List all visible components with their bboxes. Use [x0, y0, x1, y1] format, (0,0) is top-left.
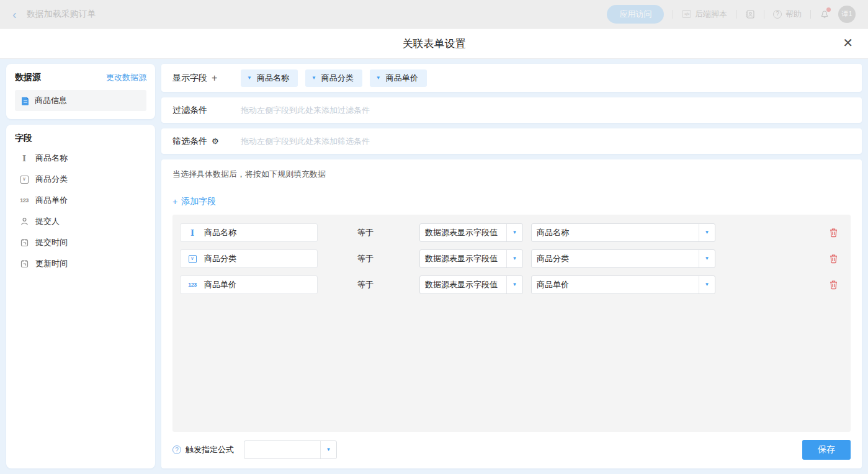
field-item-label: 商品名称 [35, 153, 68, 164]
display-field-tag[interactable]: ▼ 商品分类 [305, 69, 362, 87]
divider [810, 10, 811, 19]
rule-field-box[interactable]: 123 商品单价 [180, 275, 318, 294]
rule-field-label: 商品分类 [204, 253, 236, 264]
chevron-down-icon: ▼ [506, 250, 522, 267]
code-icon: </> [682, 10, 691, 18]
sieve-condition-label: 筛选条件 [172, 136, 207, 147]
modal-body: 数据源 更改数据源 商品信息 字段 I 商品名称 ∨ 商品分类 [0, 59, 868, 474]
chevron-down-icon: ▼ [376, 76, 381, 81]
filter-condition-row[interactable]: 过滤条件 拖动左侧字段到此处来添加过滤条件 [161, 97, 862, 123]
chevron-down-icon: ▼ [699, 250, 715, 267]
avatar[interactable]: 谭1 [838, 6, 856, 23]
plus-icon: + [172, 197, 177, 207]
rule-operator: 等于 [357, 279, 380, 290]
chevron-down-icon: ▼ [320, 441, 336, 458]
field-item-label: 商品单价 [35, 195, 68, 206]
display-field-tag[interactable]: ▼ 商品单价 [370, 69, 427, 87]
add-field-link[interactable]: + 添加字段 [172, 196, 216, 207]
trash-icon [829, 280, 838, 290]
rule-field-box[interactable]: ∨ 商品分类 [180, 249, 318, 268]
person-icon [19, 217, 30, 226]
field-item-label: 提交人 [35, 216, 60, 227]
gear-icon[interactable]: ⚙ [212, 136, 219, 146]
trash-icon [829, 254, 838, 264]
field-item-submit-time[interactable]: 提交时间 [15, 232, 146, 253]
chevron-down-icon: ▼ [247, 76, 252, 81]
datasource-title: 数据源 [15, 72, 41, 83]
document-icon [21, 96, 30, 105]
chevron-down-icon: ▼ [699, 276, 715, 293]
display-field-tag-label: 商品名称 [257, 73, 289, 84]
notification-button[interactable] [820, 9, 830, 19]
backend-script-button[interactable]: </> 后端脚本 [682, 9, 727, 20]
chevron-down-icon: ▼ [506, 224, 522, 241]
rule-value-select[interactable]: 商品名称 ▼ [531, 223, 715, 242]
field-item-submitter[interactable]: 提交人 [15, 211, 146, 232]
display-field-tag-label: 商品单价 [386, 73, 418, 84]
trash-icon [829, 228, 838, 238]
save-button[interactable]: 保存 [802, 440, 851, 460]
add-display-field-icon[interactable]: + [212, 73, 217, 84]
datasource-card: 数据源 更改数据源 商品信息 [6, 64, 155, 119]
display-fields-label: 显示字段 [172, 73, 207, 84]
rule-field-box[interactable]: I 商品名称 [180, 223, 318, 242]
rule-row: I 商品名称 等于 数据源表显示字段值 ▼ 商品名称 ▼ [180, 223, 843, 242]
app-access-button[interactable]: 应用访问 [607, 5, 664, 24]
back-icon[interactable]: ‹ [12, 8, 17, 20]
number-icon: 123 [187, 282, 198, 288]
sidebar: 数据源 更改数据源 商品信息 字段 I 商品名称 ∨ 商品分类 [6, 64, 155, 468]
field-item-label: 商品分类 [35, 174, 68, 185]
delete-rule-button[interactable] [829, 280, 838, 290]
text-icon: I [19, 154, 30, 163]
fields-card: 字段 I 商品名称 ∨ 商品分类 123 商品单价 提交人 [6, 125, 155, 468]
field-item-update-time[interactable]: 更新时间 [15, 253, 146, 274]
rule-source-select[interactable]: 数据源表显示字段值 ▼ [419, 223, 523, 242]
filter-condition-placeholder: 拖动左侧字段到此处来添加过滤条件 [241, 105, 370, 116]
help-button[interactable]: ? 帮助 [773, 9, 802, 20]
select-icon: ∨ [19, 176, 30, 184]
divider [764, 10, 764, 19]
rule-field-label: 商品单价 [204, 279, 236, 290]
modal-header: 关联表单设置 ✕ [0, 29, 868, 59]
select-icon: ∨ [187, 255, 198, 263]
trigger-formula-label: 触发指定公式 [186, 444, 234, 455]
sieve-condition-row[interactable]: 筛选条件 ⚙ 拖动左侧字段到此处来添加筛选条件 [161, 128, 862, 154]
filter-condition-label: 过滤条件 [172, 105, 207, 116]
chevron-down-icon: ▼ [506, 276, 522, 293]
divider [673, 10, 673, 19]
display-field-tag[interactable]: ▼ 商品名称 [241, 69, 298, 87]
divider [736, 10, 736, 19]
question-icon[interactable]: ? [172, 445, 181, 454]
delete-rule-button[interactable] [829, 254, 838, 264]
question-icon: ? [773, 10, 782, 19]
address-book-button[interactable] [745, 9, 755, 19]
fill-rules-description: 当选择具体数据后，将按如下规则填充数据 [172, 169, 851, 180]
field-item-product-name[interactable]: I 商品名称 [15, 148, 146, 169]
rule-operator: 等于 [357, 227, 380, 238]
notification-dot [826, 7, 831, 12]
fill-rules-card: 当选择具体数据后，将按如下规则填充数据 + 添加字段 I 商品名称 等于 数据源… [161, 159, 862, 468]
rule-source-select[interactable]: 数据源表显示字段值 ▼ [419, 275, 523, 294]
datasource-item-label: 商品信息 [35, 95, 67, 106]
rule-value-select[interactable]: 商品分类 ▼ [531, 249, 715, 268]
calendar-icon [19, 238, 30, 247]
change-datasource-link[interactable]: 更改数据源 [106, 72, 146, 83]
rule-source-select[interactable]: 数据源表显示字段值 ▼ [419, 249, 523, 268]
field-item-label: 更新时间 [35, 258, 68, 269]
sieve-condition-placeholder: 拖动左侧字段到此处来添加筛选条件 [241, 136, 370, 147]
delete-rule-button[interactable] [829, 228, 838, 238]
fields-title: 字段 [15, 133, 146, 144]
close-icon[interactable]: ✕ [843, 37, 853, 49]
field-item-product-category[interactable]: ∨ 商品分类 [15, 169, 146, 190]
rule-row: ∨ 商品分类 等于 数据源表显示字段值 ▼ 商品分类 ▼ [180, 249, 843, 268]
rule-row: 123 商品单价 等于 数据源表显示字段值 ▼ 商品单价 ▼ [180, 275, 843, 294]
rule-value-select[interactable]: 商品单价 ▼ [531, 275, 715, 294]
field-item-label: 提交时间 [35, 237, 68, 248]
datasource-item[interactable]: 商品信息 [15, 90, 146, 111]
top-bar: ‹ 数据加载采购订单 应用访问 </> 后端脚本 ? 帮助 [0, 0, 868, 29]
field-item-product-price[interactable]: 123 商品单价 [15, 190, 146, 211]
address-book-icon [745, 9, 755, 19]
display-field-tag-label: 商品分类 [321, 73, 354, 84]
rule-operator: 等于 [357, 253, 380, 264]
trigger-formula-select[interactable]: ▼ [244, 440, 337, 459]
